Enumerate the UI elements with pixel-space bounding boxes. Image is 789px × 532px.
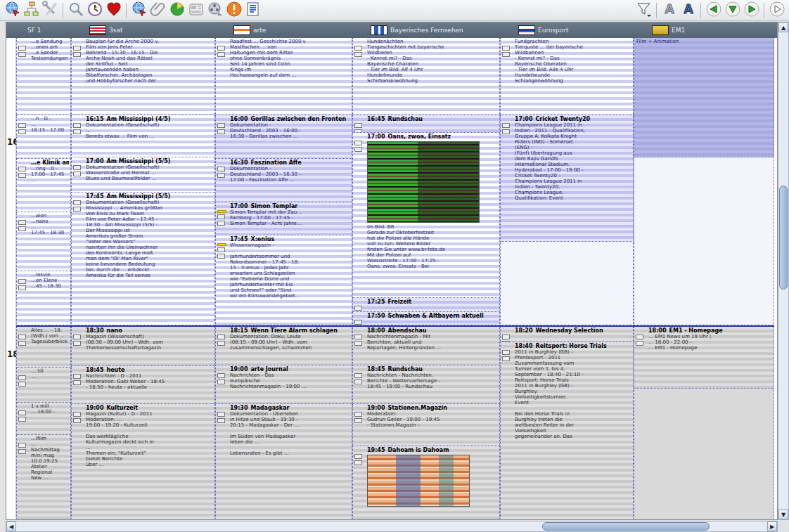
channel-header-eurosport[interactable]: Eurosport bbox=[500, 22, 634, 38]
program-cell[interactable]: 16:15Am Mississippi (4/5)Dokumentation (… bbox=[71, 115, 215, 157]
program-description-line: - Tier im Bild: Alf 4 Uhr bbox=[367, 67, 498, 72]
horizontal-scroll-thumb[interactable] bbox=[542, 522, 710, 531]
program-cell[interactable]: 17:00Am Mississippi (5/5)Dokumentation (… bbox=[71, 157, 215, 193]
program-cell[interactable]: 18:45heuteNachrichten - D - 2011Moderati… bbox=[71, 366, 215, 404]
program-cell[interactable]: 16:30Faszination AffeDokumentation -Deut… bbox=[215, 159, 352, 202]
program-description-line: nannten ihn die Ureinwohner bbox=[86, 245, 213, 250]
next-day-button[interactable] bbox=[742, 1, 761, 20]
vertical-scrollbar[interactable]: ▲ ▼ bbox=[778, 22, 789, 520]
program-description-line: Schlangenwöhnung bbox=[515, 78, 631, 84]
favorites-button[interactable] bbox=[104, 1, 123, 20]
channel-header-arte[interactable]: arte bbox=[215, 22, 352, 38]
program-cell[interactable]: 16:00Gorillas zwischen den FrontenDokume… bbox=[215, 115, 352, 159]
program-cell[interactable]: 18:30nanoMagazin (Wissenschaft)(08:30 - … bbox=[71, 327, 215, 366]
font-smaller-button[interactable]: A bbox=[660, 1, 679, 20]
program-cell[interactable]: 18:40Reitsport: Horse Trials2011 in Burg… bbox=[500, 342, 634, 520]
program-cell[interactable]: 17:45Am Mississippi (5/5)Dokumentation (… bbox=[71, 193, 215, 325]
clipboard-button[interactable] bbox=[148, 1, 167, 20]
program-cell[interactable]: HundenächtenTiergeschichten mit bayerisc… bbox=[352, 38, 500, 115]
vertical-scroll-thumb[interactable] bbox=[779, 186, 788, 290]
statistics-button[interactable] bbox=[167, 1, 186, 20]
scroll-up-button[interactable]: ▲ bbox=[778, 22, 788, 32]
search-button[interactable] bbox=[66, 1, 85, 20]
program-cell[interactable]: …alon…nano…17:45 - 18:30 bbox=[16, 212, 71, 271]
program-cell[interactable]: …n - D -…16:15 - 17:00 bbox=[16, 115, 71, 159]
program-cell[interactable]: 16:45Rundschau bbox=[352, 115, 500, 133]
reminder-button[interactable] bbox=[85, 1, 104, 20]
program-cell[interactable]: 18:15Wenn Tiere Alarm schlagenDokumentat… bbox=[215, 327, 352, 365]
program-info-icon bbox=[354, 379, 362, 384]
program-info-icon bbox=[217, 379, 225, 384]
program-cell[interactable]: 17:00Simon TemplarSimon Templar mit der … bbox=[215, 202, 352, 235]
program-info-icon bbox=[18, 167, 26, 171]
program-cell[interactable]: 17:00Oans, zwoa, EinsatzIm Bild: BRGerad… bbox=[352, 133, 500, 298]
horizontal-scrollbar[interactable]: ◀ ▶ bbox=[6, 521, 778, 532]
scroll-right-button[interactable]: ▶ bbox=[767, 521, 777, 531]
scroll-left-button[interactable]: ◀ bbox=[6, 521, 16, 531]
scroll-down-button[interactable]: ▼ bbox=[778, 510, 788, 519]
program-cell[interactable]: 17:45X:eniusWissensmagazin -…Jahrhundert… bbox=[215, 235, 352, 325]
program-cell[interactable]: … till… bbox=[16, 368, 71, 403]
program-cell[interactable]: Bauplan für die Arche 2000 v.Film von Je… bbox=[71, 38, 215, 115]
program-cell[interactable]: Alles … - 18:(Wdh.) von …Tagesüberblick bbox=[16, 327, 71, 368]
internet-button[interactable] bbox=[129, 1, 148, 20]
font-larger-button[interactable]: A bbox=[679, 1, 698, 20]
program-description-line: … till bbox=[31, 368, 69, 374]
channel-header-3sat[interactable]: 3sat bbox=[71, 22, 215, 38]
program-cell[interactable]: FundgrachtenTierquote … der bayerischeWi… bbox=[500, 38, 634, 115]
program-cell-icons bbox=[502, 123, 513, 136]
program-cell[interactable]: 18:00AbendschauNachrichtenmagazin - MitB… bbox=[352, 327, 500, 365]
program-description-line: Berichte - Wettervorhersage - bbox=[367, 378, 498, 384]
program-cell[interactable]: …e Sendung…onen am…e SenderTestsendungen bbox=[16, 38, 71, 115]
program-info-icon bbox=[217, 129, 225, 134]
play-icon bbox=[769, 1, 785, 20]
program-description-line: ohne Sonnenbrägnis bbox=[230, 56, 350, 61]
channel-header-sf-1[interactable]: SF 1 bbox=[6, 22, 71, 38]
program-cell[interactable]: Film + Animation bbox=[634, 38, 774, 157]
program-cell[interactable]: 17:50Schwaben & Altbayern aktuell bbox=[352, 312, 500, 325]
program-cell[interactable]: 19:45Dahoam is Dahoam bbox=[352, 446, 500, 520]
program-description-line: - Tier im Bild: Alle 4 Uhr bbox=[515, 67, 631, 72]
program-cell[interactable]: 1 x mill… 18:00 - bbox=[16, 403, 71, 435]
program-cell[interactable]: 19:30MadagaskarDokumentation - Überleben… bbox=[215, 404, 352, 520]
program-time: 18:30 bbox=[86, 327, 103, 334]
update-button[interactable] bbox=[3, 1, 22, 20]
program-cell[interactable]: 17:00Cricket Twenty20Champions League 20… bbox=[500, 115, 634, 242]
program-cell[interactable] bbox=[634, 389, 774, 520]
movies-button[interactable] bbox=[205, 1, 224, 20]
program-cell[interactable]: …e Klinik am…ring - D -17:00 - 17:45… bbox=[16, 159, 71, 212]
program-cell[interactable]: 17:25Freizeit bbox=[352, 298, 500, 312]
important-button[interactable] bbox=[224, 1, 243, 20]
program-list-icon bbox=[245, 1, 262, 20]
program-info-icon bbox=[354, 123, 362, 128]
program-cell[interactable]: Raadfest … Geschichte 2000 vMastfischen … bbox=[215, 38, 352, 115]
program-description-line: Im Bild: BR bbox=[367, 224, 498, 230]
program-title: Rundschau bbox=[387, 116, 423, 122]
play-button[interactable] bbox=[767, 1, 786, 20]
program-cell[interactable] bbox=[634, 157, 774, 325]
program-list-button[interactable] bbox=[243, 1, 262, 20]
program-cell[interactable]: 19:00KulturzeitMagazin (Kultur) - D - 20… bbox=[71, 404, 215, 520]
program-info-icon bbox=[18, 382, 26, 387]
program-cell[interactable]: 18:45RundschauNachrichten - Nachrichten,… bbox=[352, 365, 500, 404]
program-cell[interactable]: 18:00EM1 - Homepage… EM1 News um 19 Uhr … bbox=[634, 327, 774, 389]
plugins-button[interactable] bbox=[22, 1, 41, 20]
program-cell[interactable] bbox=[500, 242, 634, 325]
program-description-line: Bibelforscher, Archäologen bbox=[86, 72, 213, 78]
program-cell[interactable]: 19:00arte JournalNachrichten - Daseuropä… bbox=[215, 365, 352, 404]
settings-button[interactable] bbox=[41, 1, 60, 20]
scroll-to-now-button[interactable] bbox=[723, 1, 742, 20]
program-info-icon bbox=[354, 418, 362, 423]
channel-header-bayerisches-fernsehen[interactable]: Bayerisches Fernsehen bbox=[352, 22, 500, 38]
program-info-icon bbox=[354, 141, 362, 145]
program-cell[interactable]: …lesvie…en Elene…45 - 18:30 bbox=[16, 271, 71, 325]
program-cell-icons bbox=[502, 335, 513, 342]
program-description-line: 2011 in Burghley (GB) - bbox=[515, 349, 631, 355]
channel-header-em1[interactable]: EM1 bbox=[634, 22, 774, 38]
program-cell[interactable]: 18:20Wednesday Selection bbox=[500, 327, 634, 342]
previous-day-button[interactable] bbox=[704, 1, 723, 20]
news-button[interactable] bbox=[186, 1, 205, 20]
filter-button[interactable] bbox=[634, 1, 653, 20]
program-cell[interactable]: …lfilm…Nachmittagmini mag10.0 19:25Ateli… bbox=[16, 435, 71, 520]
program-cell[interactable]: 19:00Stationen.MagazinModeration:Gudrun … bbox=[352, 404, 500, 446]
